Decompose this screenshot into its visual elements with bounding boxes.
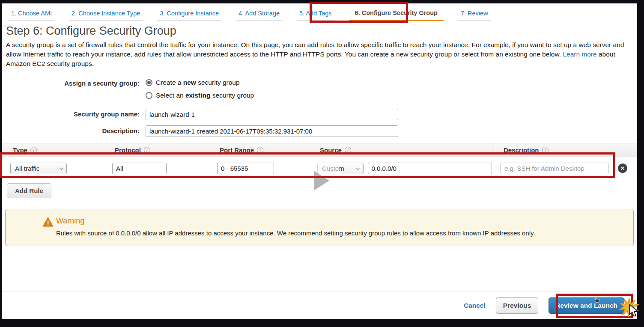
rule-protocol-input[interactable] <box>112 163 167 174</box>
column-header-actions <box>608 143 637 157</box>
add-rule-button[interactable]: Add Rule <box>7 183 51 198</box>
column-header-description: Descriptioni <box>492 143 608 157</box>
description-input[interactable] <box>146 125 398 137</box>
video-frame: 1. Choose AMI 2. Choose Instance Type 3.… <box>0 0 644 327</box>
column-header-port-range: Port Rangei <box>209 143 309 157</box>
chevron-down-icon <box>355 166 360 170</box>
tab-configure-instance[interactable]: 3. Configure Instance <box>157 8 221 21</box>
wizard-footer: Cancel Previous Review and Launch <box>2 291 637 319</box>
info-icon[interactable]: i <box>345 147 351 153</box>
tab-add-tags[interactable]: 5. Add Tags <box>297 8 334 21</box>
warning-banner: Warning Rules with source of 0.0.0.0/0 a… <box>5 209 634 246</box>
warning-message: Rules with source of 0.0.0.0/0 allow all… <box>56 229 625 237</box>
delete-rule-button[interactable]: × <box>618 164 627 173</box>
tab-choose-instance-type[interactable]: 2. Choose Instance Type <box>69 8 143 21</box>
radio-create-new-group[interactable]: Create a new security group <box>146 79 254 86</box>
security-group-name-input[interactable] <box>146 109 398 120</box>
radio-select-existing-group[interactable]: Select an existing security group <box>146 92 254 99</box>
rule-source-cidr-input[interactable] <box>368 163 492 174</box>
radio-select-existing-label: Select an existing security group <box>156 92 254 99</box>
cancel-button[interactable]: Cancel <box>464 302 486 309</box>
info-icon[interactable]: i <box>30 147 37 153</box>
assign-security-group-options: Create a new security group Select an ex… <box>146 78 254 99</box>
rule-type-select[interactable]: All traffic <box>10 163 67 174</box>
warning-title: Warning <box>56 217 625 226</box>
column-header-source: Sourcei <box>309 143 492 157</box>
tab-review[interactable]: 7. Review <box>458 8 491 21</box>
rule-description-input[interactable] <box>501 163 608 174</box>
radio-create-new-label: Create a new security group <box>156 79 240 86</box>
page-description: A security group is a set of firewall ru… <box>6 40 633 68</box>
wizard-step-tabs: 1. Choose AMI 2. Choose Instance Type 3.… <box>2 3 637 21</box>
learn-more-link[interactable]: Learn more <box>563 51 596 58</box>
chevron-down-icon <box>59 166 63 170</box>
rule-port-range-input[interactable] <box>217 163 274 174</box>
warning-triangle-icon <box>42 217 54 229</box>
info-icon[interactable]: i <box>542 147 549 153</box>
rule-type-value: All traffic <box>15 165 39 172</box>
assign-security-group-label: Assign a security group: <box>2 78 146 87</box>
security-group-form: Assign a security group: Create a new se… <box>2 78 637 137</box>
description-label: Description: <box>2 125 146 134</box>
column-header-protocol: Protocoli <box>104 143 209 157</box>
tab-add-storage[interactable]: 4. Add Storage <box>236 8 282 21</box>
review-and-launch-button[interactable]: Review and Launch <box>549 297 624 314</box>
description-text: A security group is a set of firewall ru… <box>6 41 624 58</box>
video-play-button[interactable] <box>295 157 343 205</box>
tab-choose-ami[interactable]: 1. Choose AMI <box>9 8 54 21</box>
previous-button[interactable]: Previous <box>496 297 538 314</box>
tab-configure-security-group[interactable]: 6. Configure Security Group <box>349 8 444 21</box>
page-title: Step 6: Configure Security Group <box>6 24 637 37</box>
security-group-name-label: Security group name: <box>2 109 146 118</box>
column-header-type: Typei <box>2 143 104 157</box>
radio-unselected-icon[interactable] <box>146 92 152 99</box>
info-icon[interactable]: i <box>144 147 150 153</box>
rules-table-header: Typei Protocoli Port Rangei Sourcei Desc… <box>2 143 637 157</box>
radio-selected-icon[interactable] <box>146 79 152 86</box>
info-icon[interactable]: i <box>257 147 263 153</box>
play-icon <box>314 171 329 190</box>
